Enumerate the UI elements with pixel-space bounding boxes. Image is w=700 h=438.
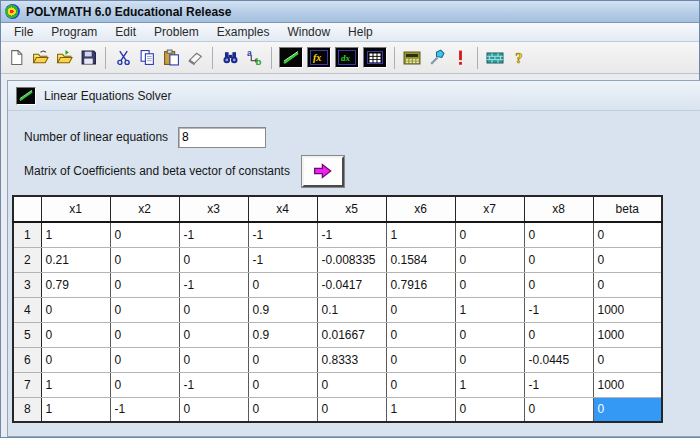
matrix-cell-r1-x2[interactable]: 0 [110,222,179,247]
matrix-cell-r4-x7[interactable]: 1 [455,297,524,322]
menu-program[interactable]: Program [42,24,106,40]
matrix-cell-r4-beta[interactable]: 1000 [593,297,662,322]
linear-equations-button[interactable] [279,47,303,68]
row-number[interactable]: 4 [13,297,41,322]
matrix-cell-r5-x1[interactable]: 0 [41,322,110,347]
matrix-cell-r8-x8[interactable]: 0 [524,397,593,422]
matrix-cell-r5-x7[interactable]: 0 [455,322,524,347]
row-number[interactable]: 6 [13,347,41,372]
matrix-cell-r6-x1[interactable]: 0 [41,347,110,372]
matrix-cell-r7-x8[interactable]: -1 [524,372,593,397]
matrix-cell-r2-x1[interactable]: 0.21 [41,247,110,272]
matrix-cell-r6-x4[interactable]: 0 [248,347,317,372]
matrix-cell-r8-x5[interactable]: 0 [317,397,386,422]
library-button[interactable] [483,46,507,70]
row-number[interactable]: 1 [13,222,41,247]
matrix-cell-r5-x2[interactable]: 0 [110,322,179,347]
matrix-cell-r3-x7[interactable]: 0 [455,272,524,297]
matrix-cell-r5-x5[interactable]: 0.01667 [317,322,386,347]
matrix-cell-r7-x1[interactable]: 1 [41,372,110,397]
matrix-cell-r5-x6[interactable]: 0 [386,322,455,347]
matrix-cell-r7-x5[interactable]: 0 [317,372,386,397]
matrix-cell-r4-x6[interactable]: 0 [386,297,455,322]
column-header-x3[interactable]: x3 [179,196,248,222]
matrix-cell-r1-x7[interactable]: 0 [455,222,524,247]
erase-button[interactable] [183,46,207,70]
menu-examples[interactable]: Examples [208,24,279,40]
row-number[interactable]: 5 [13,322,41,347]
matrix-cell-r8-x3[interactable]: 0 [179,397,248,422]
setup-button[interactable] [424,46,448,70]
matrix-cell-r6-x5[interactable]: 0.8333 [317,347,386,372]
matrix-cell-r8-x4[interactable]: 0 [248,397,317,422]
matrix-cell-r3-beta[interactable]: 0 [593,272,662,297]
matrix-cell-r6-beta[interactable]: 0 [593,347,662,372]
matrix-cell-r3-x6[interactable]: 0.7916 [386,272,455,297]
matrix-cell-r3-x2[interactable]: 0 [110,272,179,297]
matrix-cell-r7-beta[interactable]: 1000 [593,372,662,397]
nonlinear-equations-button[interactable]: fx [307,47,331,68]
find-button[interactable] [218,46,242,70]
matrix-cell-r7-x2[interactable]: 0 [110,372,179,397]
matrix-cell-r5-x4[interactable]: 0.9 [248,322,317,347]
matrix-cell-r4-x4[interactable]: 0.9 [248,297,317,322]
matrix-cell-r6-x2[interactable]: 0 [110,347,179,372]
matrix-cell-r8-x2[interactable]: -1 [110,397,179,422]
menu-file[interactable]: File [5,24,42,40]
matrix-cell-r5-x3[interactable]: 0 [179,322,248,347]
matrix-cell-r2-beta[interactable]: 0 [593,247,662,272]
matrix-cell-r7-x4[interactable]: 0 [248,372,317,397]
matrix-cell-r8-beta[interactable]: 0 [593,397,662,422]
matrix-cell-r3-x3[interactable]: -1 [179,272,248,297]
matrix-cell-r1-x6[interactable]: 1 [386,222,455,247]
differential-equations-button[interactable]: dx [335,47,359,68]
matrix-cell-r4-x3[interactable]: 0 [179,297,248,322]
solve-button[interactable] [448,46,472,70]
row-number[interactable]: 2 [13,247,41,272]
matrix-cell-r6-x6[interactable]: 0 [386,347,455,372]
matrix-cell-r4-x2[interactable]: 0 [110,297,179,322]
copy-button[interactable] [135,46,159,70]
column-header-x5[interactable]: x5 [317,196,386,222]
matrix-cell-r7-x3[interactable]: -1 [179,372,248,397]
row-number[interactable]: 8 [13,397,41,422]
column-header-x1[interactable]: x1 [41,196,110,222]
matrix-cell-r3-x4[interactable]: 0 [248,272,317,297]
matrix-cell-r1-x4[interactable]: -1 [248,222,317,247]
equations-count-input[interactable] [178,127,266,148]
open-file-button[interactable] [28,46,52,70]
matrix-cell-r4-x8[interactable]: -1 [524,297,593,322]
solve-arrow-button[interactable] [302,156,344,187]
units-conversion-button[interactable]: ab [242,46,266,70]
row-number[interactable]: 7 [13,372,41,397]
column-header-x2[interactable]: x2 [110,196,179,222]
column-header-x7[interactable]: x7 [455,196,524,222]
regression-button[interactable] [363,47,387,68]
matrix-cell-r6-x7[interactable]: 0 [455,347,524,372]
matrix-cell-r5-x8[interactable]: 0 [524,322,593,347]
matrix-cell-r8-x1[interactable]: 1 [41,397,110,422]
matrix-cell-r3-x5[interactable]: -0.0417 [317,272,386,297]
matrix-cell-r1-x1[interactable]: 1 [41,222,110,247]
column-header-x8[interactable]: x8 [524,196,593,222]
matrix-cell-r2-x5[interactable]: -0.008335 [317,247,386,272]
matrix-cell-r4-x1[interactable]: 0 [41,297,110,322]
menu-help[interactable]: Help [339,24,382,40]
column-header-beta[interactable]: beta [593,196,662,222]
matrix-cell-r4-x5[interactable]: 0.1 [317,297,386,322]
matrix-cell-r2-x6[interactable]: 0.1584 [386,247,455,272]
paste-button[interactable] [159,46,183,70]
matrix-cell-r2-x8[interactable]: 0 [524,247,593,272]
row-number[interactable]: 3 [13,272,41,297]
cut-button[interactable] [111,46,135,70]
matrix-cell-r6-x3[interactable]: 0 [179,347,248,372]
import-file-button[interactable] [52,46,76,70]
matrix-cell-r3-x1[interactable]: 0.79 [41,272,110,297]
calculator-button[interactable] [400,46,424,70]
matrix-cell-r3-x8[interactable]: 0 [524,272,593,297]
new-document-button[interactable] [4,46,28,70]
matrix-cell-r1-x3[interactable]: -1 [179,222,248,247]
matrix-cell-r7-x6[interactable]: 0 [386,372,455,397]
matrix-cell-r1-x8[interactable]: 0 [524,222,593,247]
matrix-cell-r2-x2[interactable]: 0 [110,247,179,272]
